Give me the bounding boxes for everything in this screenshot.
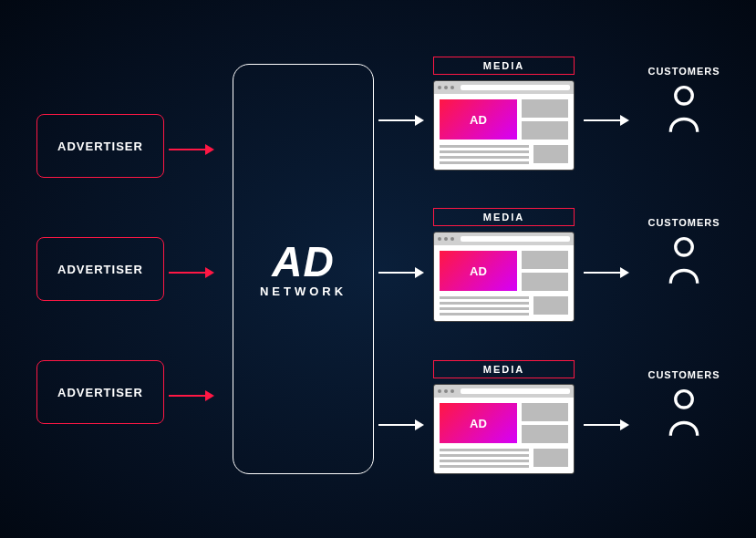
advertiser-box-3: ADVERTISER xyxy=(36,360,164,424)
advertiser-box-2: ADVERTISER xyxy=(36,237,164,301)
media-label: MEDIA xyxy=(433,360,575,378)
content-blocks xyxy=(522,403,568,443)
svg-point-1 xyxy=(676,239,692,255)
advertiser-label: ADVERTISER xyxy=(57,263,143,276)
svg-point-0 xyxy=(676,88,692,104)
arrow-network-to-media-2 xyxy=(378,267,424,278)
content-blocks xyxy=(522,99,568,140)
text-lines xyxy=(440,296,529,316)
network-subtitle: NETWORK xyxy=(260,285,347,298)
browser-chrome xyxy=(434,385,574,398)
customer-label: CUSTOMERS xyxy=(638,369,730,380)
content-block xyxy=(533,145,568,163)
ad-slot: AD xyxy=(440,403,517,443)
customer-label: CUSTOMERS xyxy=(638,217,730,228)
browser-mockup: AD xyxy=(433,232,575,322)
ad-network-box: AD NETWORK xyxy=(233,64,374,474)
advertiser-label: ADVERTISER xyxy=(57,386,143,399)
person-icon xyxy=(638,388,730,441)
arrow-network-to-media-3 xyxy=(378,419,424,430)
text-lines xyxy=(440,145,529,164)
person-icon xyxy=(638,84,730,138)
browser-mockup: AD xyxy=(433,384,575,474)
customer-group-2: CUSTOMERS xyxy=(638,217,730,289)
person-icon xyxy=(638,235,730,289)
arrow-advertiser-to-network-3 xyxy=(169,390,214,401)
content-blocks xyxy=(522,251,568,291)
arrow-advertiser-to-network-2 xyxy=(169,267,214,278)
content-block xyxy=(533,449,568,467)
content-block xyxy=(533,296,568,315)
arrow-media-to-customer-3 xyxy=(584,419,629,430)
media-group-3: MEDIA AD xyxy=(433,360,575,474)
browser-chrome xyxy=(434,81,574,94)
arrow-network-to-media-1 xyxy=(378,115,424,126)
customer-group-3: CUSTOMERS xyxy=(638,369,730,441)
svg-point-2 xyxy=(676,391,692,408)
media-group-1: MEDIA AD xyxy=(433,57,575,171)
media-label: MEDIA xyxy=(433,57,575,75)
advertiser-label: ADVERTISER xyxy=(57,140,143,153)
media-label: MEDIA xyxy=(433,208,575,226)
ad-slot: AD xyxy=(440,251,517,291)
customer-group-1: CUSTOMERS xyxy=(638,66,730,138)
network-title: AD xyxy=(272,241,334,283)
arrow-advertiser-to-network-1 xyxy=(169,144,214,155)
media-group-2: MEDIA AD xyxy=(433,208,575,322)
text-lines xyxy=(440,449,529,468)
ad-slot: AD xyxy=(440,99,517,140)
customer-label: CUSTOMERS xyxy=(638,66,730,77)
arrow-media-to-customer-1 xyxy=(584,115,629,126)
browser-chrome xyxy=(434,233,574,245)
browser-mockup: AD xyxy=(433,80,575,171)
arrow-media-to-customer-2 xyxy=(584,267,629,278)
advertiser-box-1: ADVERTISER xyxy=(36,114,164,178)
